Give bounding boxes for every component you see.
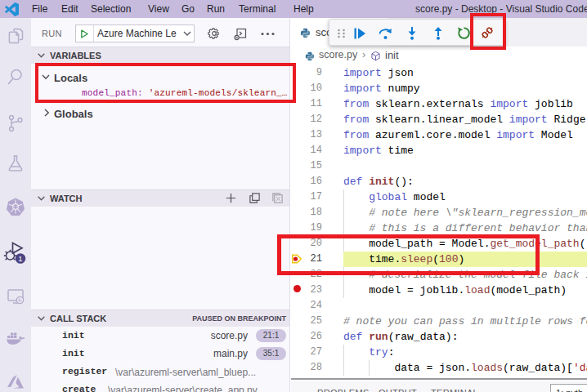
svg-text:1: 1 [18,254,22,263]
